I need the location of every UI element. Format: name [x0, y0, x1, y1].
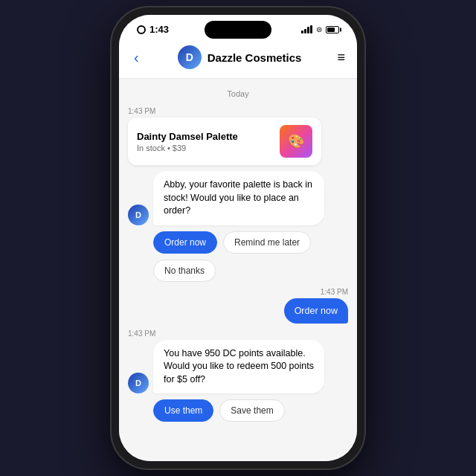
no-thanks-button[interactable]: No thanks [153, 260, 216, 282]
product-card: Dainty Damsel Palette In stock • $39 🎨 [128, 118, 321, 165]
dynamic-island [205, 21, 271, 39]
product-name: Dainty Damsel Palette [137, 131, 238, 142]
header-center: D Dazzle Cosmetics [178, 45, 302, 69]
bot-bubble-1: Abby, your favorite palette is back in s… [153, 171, 324, 225]
wifi-icon: ⊜ [316, 25, 322, 33]
bot-timestamp-2: 1:43 PM [128, 329, 348, 338]
quick-replies-2: Use them Save them [153, 399, 348, 422]
signal-icon [301, 25, 312, 33]
phone-screen: 1:43 ⊜ ‹ D Dazzle Cosmetics [119, 15, 357, 461]
product-image: 🎨 [280, 125, 312, 158]
bot-avatar-2: D [128, 373, 149, 393]
phone-frame: 1:43 ⊜ ‹ D Dazzle Cosmetics [112, 7, 364, 469]
user-message: Order now [128, 298, 348, 324]
chat-header: ‹ D Dazzle Cosmetics ≡ [119, 39, 357, 79]
product-message-group: 1:43 PM Dainty Damsel Palette In stock •… [128, 107, 348, 165]
bot-group-1: D Abby, your favorite palette is back in… [128, 171, 348, 225]
chat-area: Today 1:43 PM Dainty Damsel Palette In s… [119, 79, 357, 461]
status-time: 1:43 [149, 24, 169, 35]
back-button[interactable]: ‹ [131, 46, 142, 69]
menu-button[interactable]: ≡ [337, 50, 345, 65]
use-them-button[interactable]: Use them [153, 399, 213, 422]
product-info: Dainty Damsel Palette In stock • $39 [137, 131, 238, 152]
user-message-group: 1:43 PM Order now [128, 288, 348, 324]
bot-bubble-2: You have 950 DC points available. Would … [153, 340, 324, 394]
battery-icon [326, 26, 339, 33]
remind-me-later-button[interactable]: Remind me later [223, 231, 311, 254]
settings-icon [137, 25, 146, 34]
user-timestamp: 1:43 PM [128, 288, 348, 296]
product-sub: In stock • $39 [137, 144, 238, 152]
date-label: Today [128, 89, 348, 98]
order-now-button[interactable]: Order now [153, 231, 217, 254]
brand-name: Dazzle Cosmetics [208, 51, 302, 64]
product-timestamp: 1:43 PM [128, 107, 348, 115]
brand-avatar: D [178, 45, 202, 69]
bot-message-2: 1:43 PM D You have 950 DC points availab… [128, 329, 348, 394]
status-icons: ⊜ [301, 25, 339, 33]
quick-replies-1: Order now Remind me later No thanks [153, 231, 348, 282]
bot-avatar-1: D [128, 205, 149, 225]
bot-message-1: D Abby, your favorite palette is back in… [128, 171, 348, 225]
bot-group-2: D You have 950 DC points available. Woul… [128, 340, 348, 394]
user-bubble: Order now [284, 298, 348, 324]
save-them-button[interactable]: Save them [219, 399, 284, 422]
